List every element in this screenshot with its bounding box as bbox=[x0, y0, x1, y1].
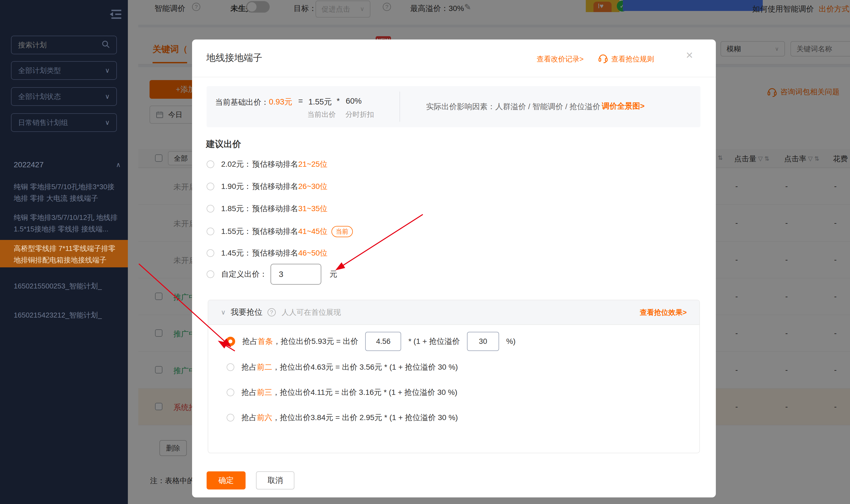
option-price: 1.55元： bbox=[221, 226, 252, 237]
plan-search-box[interactable] bbox=[11, 36, 117, 54]
option-price: 1.85元： bbox=[221, 203, 252, 214]
filter-plan-group-label: 日常销售计划组 bbox=[18, 118, 68, 127]
times-sign: * bbox=[337, 96, 340, 106]
equals-sign: = bbox=[298, 96, 303, 106]
option-price: 1.45元： bbox=[221, 248, 252, 258]
radio-icon[interactable] bbox=[227, 389, 234, 396]
sidebar-plan-item[interactable]: 1650215500253_智能计划_ bbox=[14, 280, 120, 292]
sidebar-plan-item-selected[interactable]: 高桥型零线排 7*11零线端子排零地排铜排配电箱接地接线端子 bbox=[0, 240, 128, 267]
grab-formula-mid: * (1 + 抢位溢价 bbox=[408, 336, 460, 347]
bid-factors-text: 实际出价影响因素：人群溢价 / 智能调价 / 抢位溢价 bbox=[426, 102, 600, 112]
current-bid-value: 1.55元 bbox=[308, 96, 332, 108]
sidebar-plan-item[interactable]: 纯铜 零地排5/7/10孔地排3*30接地排 零排 大电流 接线端子 bbox=[14, 181, 120, 204]
current-bid-sub-label: 当前出价 bbox=[307, 110, 336, 119]
current-badge: 当前 bbox=[332, 226, 353, 237]
grab-position-panel: ∨ 我要抢位 ? 人人可在首位展现 查看抢位效果> 抢占首条，抢位出价5.93元… bbox=[208, 300, 700, 453]
question-icon[interactable]: ? bbox=[267, 308, 276, 317]
cancel-button[interactable]: 取消 bbox=[256, 471, 295, 489]
plan-search-input[interactable] bbox=[18, 41, 101, 49]
option-prefix: 预估移动排名 bbox=[252, 159, 298, 169]
filter-plan-type-label: 全部计划类型 bbox=[18, 66, 61, 75]
chevron-down-icon: ∨ bbox=[105, 119, 110, 126]
grab-option-second[interactable]: 抢占前二，抢位出价4.63元 = 出价 3.56元 * (1 + 抢位溢价 30… bbox=[208, 355, 700, 380]
radio-icon[interactable] bbox=[227, 363, 234, 371]
radio-icon[interactable] bbox=[207, 205, 214, 213]
option-prefix: 预估移动排名 bbox=[252, 226, 298, 237]
panorama-link[interactable]: 调价全景图> bbox=[602, 101, 644, 111]
chevron-down-icon: ∨ bbox=[105, 93, 110, 101]
sidebar-collapse-icon[interactable] bbox=[109, 8, 122, 21]
option-range: 31~35位 bbox=[298, 203, 327, 214]
grab-option-sixth[interactable]: 抢占前六，抢位出价3.84元 = 出价 2.95元 * (1 + 抢位溢价 30… bbox=[208, 405, 700, 430]
option-prefix: 预估移动排名 bbox=[252, 181, 298, 192]
suggest-option[interactable]: 1.45元： 预估移动排名 46~50位 bbox=[207, 248, 327, 258]
radio-selected-icon[interactable] bbox=[226, 337, 235, 346]
suggest-option[interactable]: 1.90元： 预估移动排名 26~30位 bbox=[207, 181, 327, 192]
filter-plan-type[interactable]: 全部计划类型∨ bbox=[11, 61, 117, 80]
option-range: 26~30位 bbox=[298, 181, 327, 192]
custom-bid-option[interactable]: 自定义出价： 元 bbox=[207, 263, 337, 285]
plan-group-header[interactable]: 2022427 ∧ bbox=[14, 160, 121, 169]
headset-icon bbox=[598, 53, 608, 65]
option-prefix: 预估移动排名 bbox=[252, 203, 298, 214]
current-bid-infobar: 当前基础出价： 0.93元 = 1.55元 * 60% 当前出价 分时折扣 实际… bbox=[207, 86, 701, 127]
grab-pos-highlight: 前二 bbox=[257, 363, 272, 371]
confirm-button[interactable]: 确定 bbox=[207, 471, 246, 489]
filter-plan-status[interactable]: 全部计划状态∨ bbox=[11, 87, 117, 106]
suggest-option[interactable]: 1.55元： 预估移动排名 41~45位 当前 bbox=[207, 226, 353, 237]
option-range: 46~50位 bbox=[298, 248, 327, 258]
filter-plan-group[interactable]: 日常销售计划组∨ bbox=[11, 113, 117, 132]
suggest-option[interactable]: 2.02元： 预估移动排名 21~25位 bbox=[207, 159, 327, 170]
radio-icon[interactable] bbox=[207, 249, 214, 257]
grab-option-first[interactable]: 抢占首条，抢位出价5.93元 = 出价 * (1 + 抢位溢价 %) bbox=[208, 328, 700, 355]
radio-icon[interactable] bbox=[207, 183, 214, 190]
price-history-link[interactable]: 查看改价记录> bbox=[537, 54, 584, 64]
option-range: 21~25位 bbox=[298, 159, 327, 169]
discount-value: 60% bbox=[346, 96, 361, 106]
grab-formula-end: %) bbox=[506, 337, 516, 346]
radio-icon[interactable] bbox=[207, 270, 214, 278]
suggest-option[interactable]: 1.85元： 预估移动排名 31~35位 bbox=[207, 203, 327, 214]
divider bbox=[192, 77, 716, 77]
grab-panel-header[interactable]: ∨ 我要抢位 ? 人人可在首位展现 查看抢位效果> bbox=[208, 300, 700, 325]
radio-icon[interactable] bbox=[227, 414, 234, 421]
chevron-down-icon[interactable]: ∨ bbox=[221, 308, 226, 316]
filter-plan-status-label: 全部计划状态 bbox=[18, 92, 61, 102]
grab-rules-link[interactable]: 查看抢位规则 bbox=[611, 54, 654, 64]
discount-sub-label: 分时折扣 bbox=[346, 110, 374, 119]
close-icon[interactable]: × bbox=[686, 48, 693, 62]
sidebar-plan-item[interactable]: 纯铜 零地排3/5/7/10/12孔 地线排1.5*15接地排 零线排 接线端.… bbox=[14, 212, 120, 235]
modal-title: 地线接地端子 bbox=[206, 52, 262, 64]
sidebar: 全部计划类型∨ 全部计划状态∨ 日常销售计划组∨ 2022427 ∧ 纯铜 零地… bbox=[0, 0, 128, 504]
search-icon[interactable] bbox=[102, 40, 110, 50]
option-price: 2.02元： bbox=[221, 159, 252, 169]
grab-panel-hint: 人人可在首位展现 bbox=[282, 307, 341, 317]
grab-pos-highlight: 前六 bbox=[257, 413, 272, 422]
option-prefix: 预估移动排名 bbox=[252, 248, 298, 258]
chevron-up-icon: ∧ bbox=[116, 161, 121, 169]
sidebar-plan-item[interactable]: 1650215423212_智能计划_ bbox=[14, 309, 120, 321]
bid-modal: 地线接地端子 查看改价记录> 查看抢位规则 × 当前基础出价： 0.93元 = … bbox=[192, 39, 716, 498]
radio-icon[interactable] bbox=[207, 160, 214, 168]
custom-bid-label: 自定义出价： bbox=[221, 269, 270, 280]
base-bid-value: 0.93元 bbox=[269, 96, 292, 108]
grab-effect-link[interactable]: 查看抢位效果> bbox=[640, 308, 687, 317]
custom-bid-unit: 元 bbox=[330, 269, 337, 280]
grab-pos-highlight: 首条 bbox=[258, 337, 273, 345]
suggest-heading: 建议出价 bbox=[206, 138, 241, 150]
option-range: 41~45位 bbox=[298, 226, 327, 237]
plan-group-title: 2022427 bbox=[14, 160, 43, 169]
grab-bid-input[interactable] bbox=[365, 332, 401, 351]
custom-bid-input[interactable] bbox=[270, 264, 321, 285]
base-bid-label: 当前基础出价： bbox=[215, 97, 269, 108]
grab-panel-title: 我要抢位 bbox=[231, 307, 263, 318]
grab-pos-highlight: 前三 bbox=[257, 388, 272, 396]
grab-premium-input[interactable] bbox=[467, 332, 499, 351]
divider bbox=[400, 92, 400, 122]
radio-icon[interactable] bbox=[207, 228, 214, 235]
chevron-down-icon: ∨ bbox=[105, 67, 110, 74]
option-price: 1.90元： bbox=[221, 181, 252, 192]
grab-option-third[interactable]: 抢占前三，抢位出价4.11元 = 出价 3.16元 * (1 + 抢位溢价 30… bbox=[208, 380, 700, 405]
